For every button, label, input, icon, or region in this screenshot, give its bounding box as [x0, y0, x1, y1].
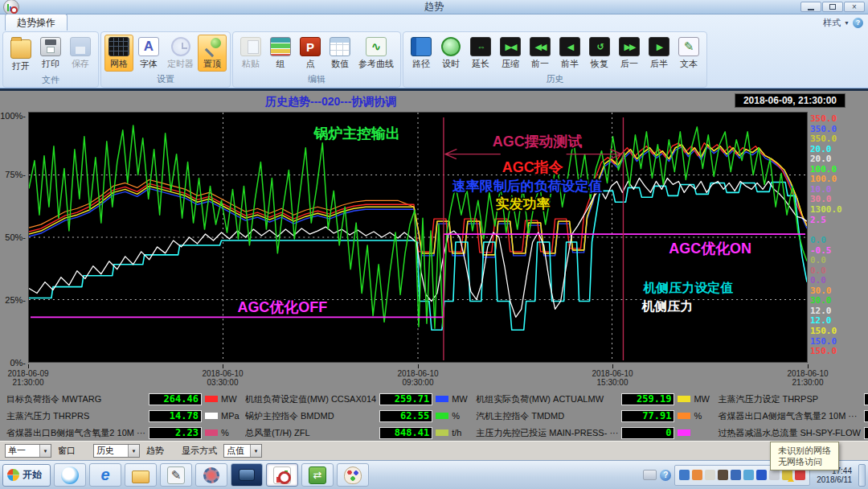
ribbon-button-extend[interactable]: ⇔延长: [466, 35, 495, 72]
ribbon-button-save[interactable]: 保存: [66, 35, 95, 72]
ribbon-button-label: 数值: [331, 58, 349, 70]
volume-icon[interactable]: [769, 470, 780, 480]
tab-trend-operations[interactable]: 趋势操作: [5, 14, 68, 31]
legend-color-swatch: [436, 413, 448, 419]
clipboard-icon[interactable]: [705, 470, 715, 480]
chart-annotation: 实发功率: [496, 196, 551, 212]
legend-label: 省煤器出口A侧烟气含氧量2 10M ···: [718, 410, 860, 422]
bottom-controls: 单一 ▼ 窗口 历史 ▼ 趋势 显示方式 点值 ▼: [0, 441, 868, 460]
legend-color-swatch: [436, 396, 448, 402]
trend-plot[interactable]: 锅炉主控输出AGC摆动测试AGC指令速率限制后的负荷设定值实发功率AGC优化ON…: [28, 112, 808, 363]
ribbon-button-values[interactable]: 数值: [326, 35, 354, 72]
ribbon-button-print[interactable]: 打印: [36, 35, 65, 72]
keyboard-icon[interactable]: [643, 470, 657, 480]
display-mode-dropdown[interactable]: 点值 ▼: [223, 444, 262, 458]
ribbon-group-label: 文件: [3, 74, 98, 88]
taskbar-exchange-app-button[interactable]: ⇄: [301, 463, 334, 487]
legend-row: 机组实际负荷(MW) ACTUALMW259.19MW: [476, 392, 714, 406]
taskbar-file-manager-button[interactable]: [125, 463, 157, 487]
help-icon[interactable]: ?: [853, 18, 863, 28]
ribbon-button-point[interactable]: P点: [296, 35, 325, 72]
trend-mode-dropdown[interactable]: 历史 ▼: [93, 444, 140, 458]
dropdown-arrow-icon[interactable]: ▼: [128, 445, 139, 457]
display-tray-icon[interactable]: [731, 470, 741, 480]
style-button[interactable]: 样式: [823, 17, 841, 29]
taskbar-trend-app-button[interactable]: [266, 463, 298, 487]
timer-icon: [171, 37, 190, 56]
ribbon-button-label: 组: [276, 58, 285, 70]
ribbon-button-label: 设时: [442, 58, 460, 70]
legend-unit: MPa: [221, 411, 242, 421]
ribbon-button-settime[interactable]: 设时: [436, 35, 465, 72]
clock-date: 2018/6/11: [817, 475, 852, 484]
taskbar-qq-browser-button[interactable]: [54, 463, 86, 487]
ribbon-button-path[interactable]: 路径: [407, 35, 436, 72]
defender-icon[interactable]: [756, 470, 767, 480]
right-axis-value: 30.0: [810, 286, 832, 296]
show-desktop-button[interactable]: [858, 464, 866, 487]
display-mode-label: 显示方式: [182, 445, 217, 457]
ribbon-button-label: 恢复: [591, 58, 608, 70]
ribbon-button-label: 打开: [12, 60, 30, 72]
legend-label: 机组实际负荷(MW) ACTUALMW: [476, 393, 618, 405]
ribbon-button-refcurve[interactable]: ∿参考曲线: [355, 35, 397, 72]
legend-value: 62.55: [379, 410, 432, 422]
media-player-icon[interactable]: [718, 470, 728, 480]
ribbon-button-compress[interactable]: ▶◀压缩: [496, 35, 525, 72]
ribbon-button-label: 后半: [650, 58, 668, 70]
dropdown-arrow-icon[interactable]: ▼: [250, 445, 261, 457]
right-axis-value: 10.0: [810, 184, 832, 195]
paste-icon: [240, 37, 261, 56]
ribbon-button-paste[interactable]: 粘贴: [236, 35, 265, 72]
y-axis-label: 50%-: [5, 232, 26, 242]
network-globe-icon[interactable]: [679, 470, 690, 480]
taskbar-ie-browser-button[interactable]: e: [89, 463, 121, 487]
ribbon-button-prev[interactable]: ◀◀前一: [526, 35, 555, 72]
legend-value: 0: [621, 427, 674, 439]
chart-annotation: 机侧压力设定值: [642, 281, 733, 294]
audio-manager-icon[interactable]: [692, 470, 702, 480]
dropdown-arrow-icon[interactable]: ▼: [39, 445, 51, 457]
ribbon-button-label: 延长: [472, 58, 489, 70]
start-label: 开始: [23, 468, 42, 482]
ribbon-button-next[interactable]: ▶▶后一: [615, 35, 644, 72]
x-axis-tick: [808, 364, 809, 368]
compress-icon: ▶◀: [500, 37, 521, 56]
window-mode-dropdown[interactable]: 单一 ▼: [5, 444, 51, 458]
network-warning-icon[interactable]: [782, 470, 792, 480]
ribbon-button-open[interactable]: 打开: [6, 35, 35, 74]
ribbon-button-timer[interactable]: 定时器: [164, 35, 197, 72]
maximize-button[interactable]: [822, 2, 843, 12]
trend-label: 趋势: [146, 445, 164, 457]
close-button[interactable]: ×: [844, 2, 865, 12]
ribbon-button-label: 前一: [531, 58, 549, 70]
minimize-button[interactable]: [800, 2, 821, 12]
x-axis-label: 2018-06-1009:30:00: [397, 369, 438, 387]
ribbon-button-nexthalf[interactable]: ▶后半: [645, 35, 674, 72]
tray-help-icon[interactable]: ?: [660, 470, 671, 481]
taskbar-display-app-button[interactable]: [231, 463, 263, 487]
ribbon-button-font[interactable]: A字体: [134, 35, 163, 72]
ribbon-button-prevhalf[interactable]: ◀前半: [555, 35, 584, 72]
extend-icon: ⇔: [470, 37, 491, 56]
taskbar-stylus-tool-button[interactable]: ✎: [160, 463, 192, 487]
taskbar-system-config-button[interactable]: [195, 463, 227, 487]
style-dropdown-arrow-icon[interactable]: ▼: [844, 20, 850, 26]
save-icon: [70, 37, 91, 56]
windows-logo-icon: [7, 469, 19, 481]
legend-label: 汽机主控指令 TMDMD: [476, 410, 618, 422]
ribbon-button-restore[interactable]: ↺恢复: [585, 35, 614, 72]
legend-row: 主压力先控已投运 MAIN-PRESS- ···0: [476, 425, 714, 440]
input-method-icon[interactable]: [743, 470, 754, 480]
ribbon-group-label: 历史: [403, 73, 706, 87]
taskbar-paint-app-button[interactable]: [337, 463, 369, 487]
series-mwtarg-red: [29, 143, 807, 253]
ribbon-button-grid[interactable]: 网格: [104, 35, 133, 72]
trend-chart-panel: 历史趋势---020---协调协调 2018-06-09, 21:30:00 1…: [0, 88, 868, 441]
ribbon-button-text[interactable]: ✎文本: [674, 35, 703, 72]
ribbon-button-topmost[interactable]: 置顶: [198, 35, 227, 72]
grid-icon: [108, 37, 129, 56]
action-center-icon[interactable]: [795, 470, 805, 480]
ribbon-button-group[interactable]: 组: [266, 35, 295, 72]
start-button[interactable]: 开始: [2, 464, 51, 487]
